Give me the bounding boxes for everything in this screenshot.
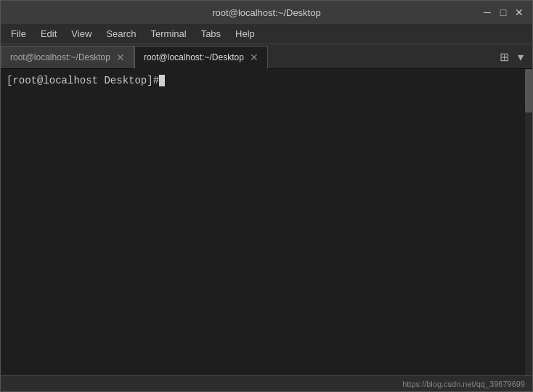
menu-file[interactable]: File [4,25,33,42]
tab-1[interactable]: root@localhost:~/Desktop ✕ [1,46,134,68]
tab-2-label: root@localhost:~/Desktop [144,52,244,62]
terminal-prompt: [root@localhost Desktop]# [7,75,159,86]
tab-2-close[interactable]: ✕ [250,52,259,62]
tab-2[interactable]: root@localhost:~/Desktop ✕ [134,46,268,69]
new-tab-button[interactable]: ⊞ [497,49,512,65]
tab-actions: ⊞ ▾ [497,46,532,68]
status-link: https://blog.csdn.net/qq_39679699 [402,380,525,388]
status-bar: https://blog.csdn.net/qq_39679699 [1,375,532,391]
maximize-button[interactable]: □ [497,7,509,18]
menu-edit[interactable]: Edit [33,25,64,42]
terminal-body[interactable]: [root@localhost Desktop]# [1,69,532,375]
terminal-window: root@localhost:~/Desktop ─ □ ✕ File Edit… [0,0,533,392]
menu-tabs[interactable]: Tabs [194,25,228,42]
window-title: root@localhost:~/Desktop [52,7,481,18]
scrollbar[interactable] [525,69,532,375]
menu-view[interactable]: View [64,25,99,42]
menu-bar: File Edit View Search Terminal Tabs Help [1,24,532,44]
close-button[interactable]: ✕ [513,7,525,18]
menu-terminal[interactable]: Terminal [144,25,194,42]
terminal-line-1: [root@localhost Desktop]# [7,75,526,86]
menu-help[interactable]: Help [228,25,262,42]
menu-search[interactable]: Search [99,25,143,42]
terminal-cursor [159,75,165,86]
tab-bar: root@localhost:~/Desktop ✕ root@localhos… [1,44,532,69]
title-bar-controls: ─ □ ✕ [481,7,525,18]
tab-dropdown-button[interactable]: ▾ [515,49,526,65]
scrollbar-thumb[interactable] [525,69,532,113]
minimize-button[interactable]: ─ [481,7,493,18]
tab-1-close[interactable]: ✕ [116,52,125,62]
title-bar: root@localhost:~/Desktop ─ □ ✕ [1,1,532,24]
tab-1-label: root@localhost:~/Desktop [10,52,110,62]
